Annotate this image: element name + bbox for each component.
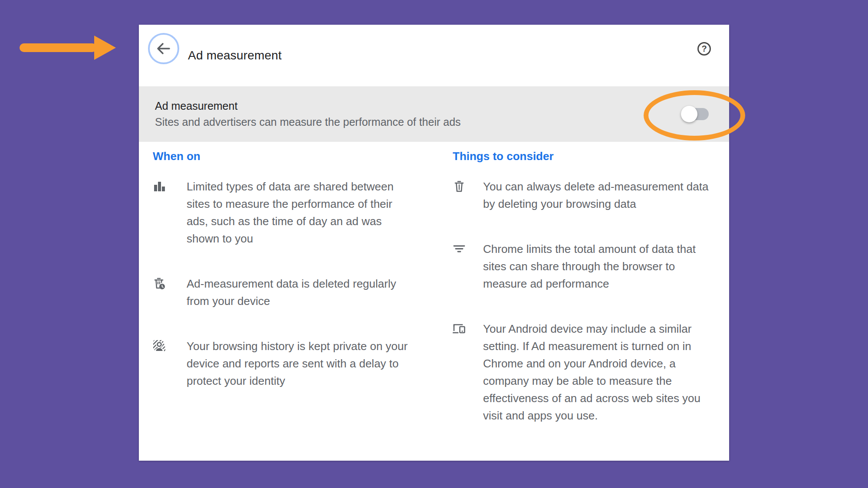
back-button[interactable] <box>148 33 179 64</box>
annotation-ellipse <box>644 90 745 141</box>
list-item-text: Chrome limits the total amount of data t… <box>483 240 719 292</box>
list-item: Your browsing history is kept private on… <box>153 337 453 390</box>
list-item-text: Ad-measurement data is deleted regularly… <box>187 275 409 310</box>
when-on-heading: When on <box>153 150 453 163</box>
annotation-arrow-shaft <box>20 43 97 52</box>
filter-lines-icon <box>453 242 466 292</box>
list-item-text: Your browsing history is kept private on… <box>187 337 409 390</box>
settings-card: Ad measurement ? Ad measurement Sites an… <box>139 25 729 461</box>
things-to-consider-heading: Things to consider <box>453 150 722 163</box>
devices-icon <box>453 322 466 424</box>
info-columns: When on Limited types of data are shared… <box>139 142 729 452</box>
annotation-arrow <box>20 36 116 60</box>
help-icon: ? <box>701 44 707 54</box>
list-item: Chrome limits the total amount of data t… <box>453 240 722 292</box>
list-item: Your Android device may include a simila… <box>453 320 722 424</box>
card-header: Ad measurement ? <box>139 25 729 86</box>
arrow-left-icon <box>155 40 172 57</box>
list-item-text: You can always delete ad-measurement dat… <box>483 178 719 213</box>
list-item: You can always delete ad-measurement dat… <box>453 178 722 213</box>
things-to-consider-column: Things to consider You can always delete… <box>453 150 722 452</box>
private-person-icon <box>153 340 166 390</box>
list-item-text: Limited types of data are shared between… <box>187 178 409 247</box>
help-button[interactable]: ? <box>697 42 711 56</box>
when-on-column: When on Limited types of data are shared… <box>153 150 453 452</box>
toggle-row-title: Ad measurement <box>155 100 461 112</box>
list-item: Limited types of data are shared between… <box>153 178 453 247</box>
toggle-row-subtitle: Sites and advertisers can measure the pe… <box>155 116 461 128</box>
auto-delete-icon <box>153 277 166 310</box>
list-item: Ad-measurement data is deleted regularly… <box>153 275 453 310</box>
bar-chart-icon <box>153 180 166 247</box>
annotation-arrow-head <box>94 36 116 60</box>
ad-measurement-toggle-row: Ad measurement Sites and advertisers can… <box>139 86 729 142</box>
page-title: Ad measurement <box>188 25 282 86</box>
list-item-text: Your Android device may include a simila… <box>483 320 719 424</box>
trash-icon <box>453 180 466 213</box>
